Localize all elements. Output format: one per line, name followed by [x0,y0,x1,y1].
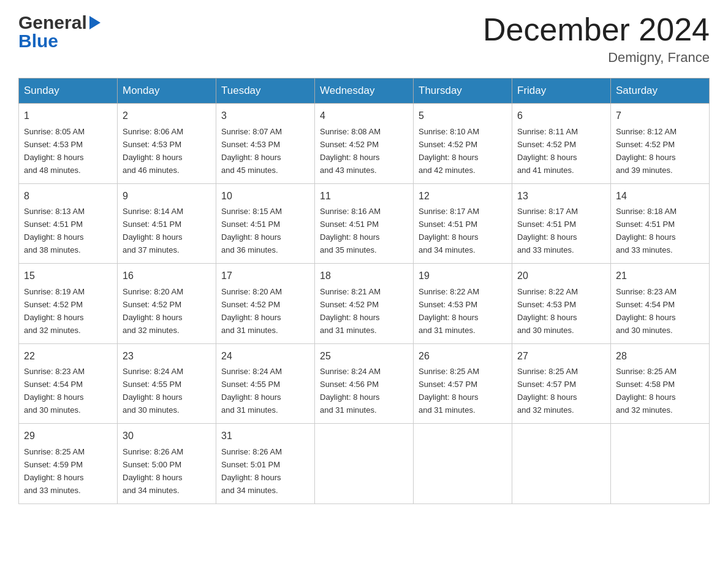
week-row-4: 22 Sunrise: 8:23 AMSunset: 4:54 PMDaylig… [19,343,710,423]
calendar-cell [414,424,512,504]
calendar-cell: 21 Sunrise: 8:23 AMSunset: 4:54 PMDaylig… [611,264,710,343]
calendar-cell: 30 Sunrise: 8:26 AMSunset: 5:00 PMDaylig… [118,424,216,504]
calendar-cell: 14 Sunrise: 8:18 AMSunset: 4:51 PMDaylig… [611,183,710,263]
day-sunrise: Sunrise: 8:24 AMSunset: 4:55 PMDaylight:… [123,367,183,415]
calendar-cell: 23 Sunrise: 8:24 AMSunset: 4:55 PMDaylig… [118,343,216,423]
day-sunrise: Sunrise: 8:24 AMSunset: 4:56 PMDaylight:… [320,367,381,415]
calendar-cell: 26 Sunrise: 8:25 AMSunset: 4:57 PMDaylig… [414,343,512,423]
day-sunrise: Sunrise: 8:26 AMSunset: 5:00 PMDaylight:… [123,447,183,495]
weekday-header-friday: Friday [512,79,611,104]
day-number: 30 [123,429,211,444]
day-number: 17 [221,269,309,284]
day-number: 7 [616,109,704,124]
day-number: 31 [221,429,309,444]
location: Demigny, France [483,50,710,66]
day-sunrise: Sunrise: 8:17 AMSunset: 4:51 PMDaylight:… [517,207,578,255]
calendar-cell: 7 Sunrise: 8:12 AMSunset: 4:52 PMDayligh… [611,104,710,183]
svg-marker-0 [89,16,100,29]
logo: General Blue [18,12,103,52]
weekday-header-thursday: Thursday [414,79,512,104]
week-row-5: 29 Sunrise: 8:25 AMSunset: 4:59 PMDaylig… [19,424,710,504]
weekday-header-sunday: Sunday [19,79,118,104]
day-number: 1 [24,109,112,124]
weekday-header-saturday: Saturday [611,79,710,104]
calendar-cell: 17 Sunrise: 8:20 AMSunset: 4:52 PMDaylig… [216,264,315,343]
day-sunrise: Sunrise: 8:24 AMSunset: 4:55 PMDaylight:… [221,367,282,415]
calendar-cell: 27 Sunrise: 8:25 AMSunset: 4:57 PMDaylig… [512,343,611,423]
day-number: 28 [616,349,704,364]
day-sunrise: Sunrise: 8:13 AMSunset: 4:51 PMDaylight:… [24,207,85,255]
calendar-cell: 13 Sunrise: 8:17 AMSunset: 4:51 PMDaylig… [512,183,611,263]
day-number: 16 [123,269,211,284]
week-row-2: 8 Sunrise: 8:13 AMSunset: 4:51 PMDayligh… [19,183,710,263]
day-sunrise: Sunrise: 8:17 AMSunset: 4:51 PMDaylight:… [419,207,479,255]
title-area: December 2024 Demigny, France [483,12,710,66]
calendar-cell: 8 Sunrise: 8:13 AMSunset: 4:51 PMDayligh… [19,183,118,263]
day-sunrise: Sunrise: 8:06 AMSunset: 4:53 PMDaylight:… [123,127,183,175]
weekday-header-row: SundayMondayTuesdayWednesdayThursdayFrid… [19,79,710,104]
day-number: 4 [320,109,408,124]
calendar-cell: 11 Sunrise: 8:16 AMSunset: 4:51 PMDaylig… [315,183,414,263]
day-number: 8 [24,189,112,204]
day-sunrise: Sunrise: 8:12 AMSunset: 4:52 PMDaylight:… [616,127,677,175]
day-sunrise: Sunrise: 8:10 AMSunset: 4:52 PMDaylight:… [419,127,479,175]
day-sunrise: Sunrise: 8:25 AMSunset: 4:57 PMDaylight:… [517,367,578,415]
calendar-cell: 29 Sunrise: 8:25 AMSunset: 4:59 PMDaylig… [19,424,118,504]
day-sunrise: Sunrise: 8:25 AMSunset: 4:58 PMDaylight:… [616,367,677,415]
day-sunrise: Sunrise: 8:05 AMSunset: 4:53 PMDaylight:… [24,127,85,175]
day-number: 25 [320,349,408,364]
calendar-cell: 1 Sunrise: 8:05 AMSunset: 4:53 PMDayligh… [19,104,118,183]
logo-line2: Blue [18,31,103,52]
calendar-table: SundayMondayTuesdayWednesdayThursdayFrid… [18,78,710,504]
day-number: 6 [517,109,605,124]
calendar-cell: 24 Sunrise: 8:24 AMSunset: 4:55 PMDaylig… [216,343,315,423]
day-sunrise: Sunrise: 8:20 AMSunset: 4:52 PMDaylight:… [221,287,282,335]
calendar-cell: 9 Sunrise: 8:14 AMSunset: 4:51 PMDayligh… [118,183,216,263]
day-number: 9 [123,189,211,204]
day-sunrise: Sunrise: 8:15 AMSunset: 4:51 PMDaylight:… [221,207,282,255]
day-number: 22 [24,349,112,364]
calendar-cell [611,424,710,504]
day-number: 5 [419,109,507,124]
day-number: 14 [616,189,704,204]
calendar-cell: 16 Sunrise: 8:20 AMSunset: 4:52 PMDaylig… [118,264,216,343]
calendar-cell: 6 Sunrise: 8:11 AMSunset: 4:52 PMDayligh… [512,104,611,183]
week-row-3: 15 Sunrise: 8:19 AMSunset: 4:52 PMDaylig… [19,264,710,343]
logo-general-text: General [18,12,87,33]
calendar-cell [512,424,611,504]
logo-triangle-icon [88,13,102,32]
day-sunrise: Sunrise: 8:25 AMSunset: 4:59 PMDaylight:… [24,447,85,495]
day-number: 12 [419,189,507,204]
day-sunrise: Sunrise: 8:14 AMSunset: 4:51 PMDaylight:… [123,207,183,255]
day-sunrise: Sunrise: 8:25 AMSunset: 4:57 PMDaylight:… [419,367,479,415]
calendar-cell: 15 Sunrise: 8:19 AMSunset: 4:52 PMDaylig… [19,264,118,343]
day-sunrise: Sunrise: 8:19 AMSunset: 4:52 PMDaylight:… [24,287,85,335]
weekday-header-wednesday: Wednesday [315,79,414,104]
day-sunrise: Sunrise: 8:23 AMSunset: 4:54 PMDaylight:… [24,367,85,415]
day-number: 24 [221,349,309,364]
day-sunrise: Sunrise: 8:08 AMSunset: 4:52 PMDaylight:… [320,127,381,175]
logo-line1: General [18,12,103,33]
calendar-cell: 19 Sunrise: 8:22 AMSunset: 4:53 PMDaylig… [414,264,512,343]
week-row-1: 1 Sunrise: 8:05 AMSunset: 4:53 PMDayligh… [19,104,710,183]
month-title: December 2024 [483,12,710,47]
day-number: 19 [419,269,507,284]
calendar-cell: 2 Sunrise: 8:06 AMSunset: 4:53 PMDayligh… [118,104,216,183]
day-sunrise: Sunrise: 8:22 AMSunset: 4:53 PMDaylight:… [419,287,479,335]
day-number: 23 [123,349,211,364]
calendar-cell: 25 Sunrise: 8:24 AMSunset: 4:56 PMDaylig… [315,343,414,423]
day-sunrise: Sunrise: 8:26 AMSunset: 5:01 PMDaylight:… [221,447,282,495]
weekday-header-tuesday: Tuesday [216,79,315,104]
calendar-cell: 28 Sunrise: 8:25 AMSunset: 4:58 PMDaylig… [611,343,710,423]
calendar-cell: 18 Sunrise: 8:21 AMSunset: 4:52 PMDaylig… [315,264,414,343]
calendar-cell: 20 Sunrise: 8:22 AMSunset: 4:53 PMDaylig… [512,264,611,343]
page-header: General Blue December 2024 Demigny, Fran… [18,12,710,66]
day-number: 27 [517,349,605,364]
calendar-cell: 10 Sunrise: 8:15 AMSunset: 4:51 PMDaylig… [216,183,315,263]
day-sunrise: Sunrise: 8:23 AMSunset: 4:54 PMDaylight:… [616,287,677,335]
day-sunrise: Sunrise: 8:22 AMSunset: 4:53 PMDaylight:… [517,287,578,335]
day-number: 13 [517,189,605,204]
day-number: 20 [517,269,605,284]
day-number: 29 [24,429,112,444]
day-sunrise: Sunrise: 8:16 AMSunset: 4:51 PMDaylight:… [320,207,381,255]
